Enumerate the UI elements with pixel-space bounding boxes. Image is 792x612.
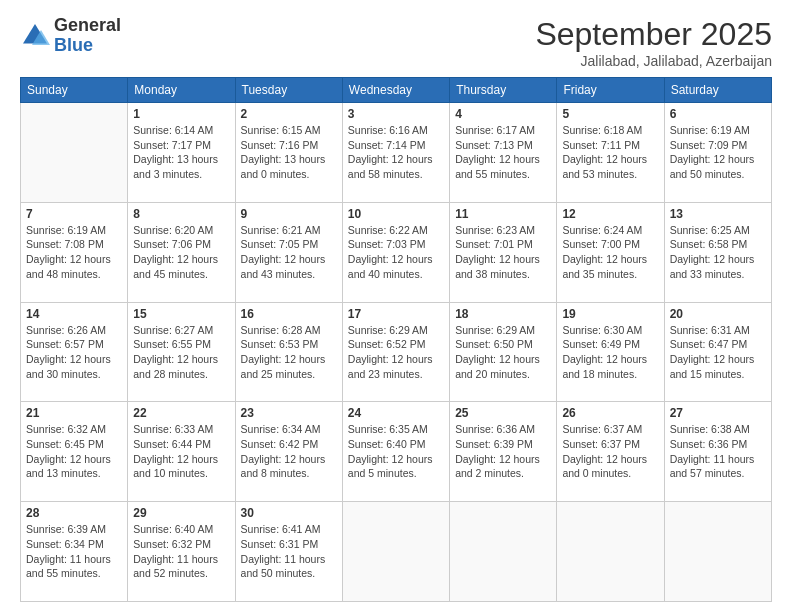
day-number: 9 bbox=[241, 207, 337, 221]
calendar-day-cell: 1Sunrise: 6:14 AMSunset: 7:17 PMDaylight… bbox=[128, 103, 235, 203]
calendar-day-cell: 9Sunrise: 6:21 AMSunset: 7:05 PMDaylight… bbox=[235, 202, 342, 302]
day-number: 30 bbox=[241, 506, 337, 520]
day-info: Sunrise: 6:40 AMSunset: 6:32 PMDaylight:… bbox=[133, 522, 229, 581]
day-info: Sunrise: 6:27 AMSunset: 6:55 PMDaylight:… bbox=[133, 323, 229, 382]
day-number: 11 bbox=[455, 207, 551, 221]
day-info: Sunrise: 6:41 AMSunset: 6:31 PMDaylight:… bbox=[241, 522, 337, 581]
day-number: 8 bbox=[133, 207, 229, 221]
calendar-day-cell bbox=[557, 502, 664, 602]
calendar-day-cell: 21Sunrise: 6:32 AMSunset: 6:45 PMDayligh… bbox=[21, 402, 128, 502]
logo-text: General Blue bbox=[54, 16, 121, 56]
calendar-day-cell: 30Sunrise: 6:41 AMSunset: 6:31 PMDayligh… bbox=[235, 502, 342, 602]
calendar-day-cell: 16Sunrise: 6:28 AMSunset: 6:53 PMDayligh… bbox=[235, 302, 342, 402]
day-number: 28 bbox=[26, 506, 122, 520]
calendar-table: SundayMondayTuesdayWednesdayThursdayFrid… bbox=[20, 77, 772, 602]
calendar-day-cell bbox=[664, 502, 771, 602]
calendar-day-cell: 12Sunrise: 6:24 AMSunset: 7:00 PMDayligh… bbox=[557, 202, 664, 302]
logo-blue: Blue bbox=[54, 36, 121, 56]
weekday-header: Friday bbox=[557, 78, 664, 103]
day-info: Sunrise: 6:15 AMSunset: 7:16 PMDaylight:… bbox=[241, 123, 337, 182]
logo: General Blue bbox=[20, 16, 121, 56]
calendar-day-cell bbox=[450, 502, 557, 602]
calendar-week-row: 7Sunrise: 6:19 AMSunset: 7:08 PMDaylight… bbox=[21, 202, 772, 302]
weekday-header: Saturday bbox=[664, 78, 771, 103]
day-info: Sunrise: 6:23 AMSunset: 7:01 PMDaylight:… bbox=[455, 223, 551, 282]
day-info: Sunrise: 6:28 AMSunset: 6:53 PMDaylight:… bbox=[241, 323, 337, 382]
day-info: Sunrise: 6:25 AMSunset: 6:58 PMDaylight:… bbox=[670, 223, 766, 282]
weekday-header: Sunday bbox=[21, 78, 128, 103]
calendar-day-cell: 25Sunrise: 6:36 AMSunset: 6:39 PMDayligh… bbox=[450, 402, 557, 502]
day-number: 17 bbox=[348, 307, 444, 321]
calendar-day-cell: 14Sunrise: 6:26 AMSunset: 6:57 PMDayligh… bbox=[21, 302, 128, 402]
calendar-header-row: SundayMondayTuesdayWednesdayThursdayFrid… bbox=[21, 78, 772, 103]
day-info: Sunrise: 6:35 AMSunset: 6:40 PMDaylight:… bbox=[348, 422, 444, 481]
day-info: Sunrise: 6:29 AMSunset: 6:52 PMDaylight:… bbox=[348, 323, 444, 382]
day-number: 21 bbox=[26, 406, 122, 420]
day-number: 19 bbox=[562, 307, 658, 321]
logo-icon bbox=[20, 21, 50, 51]
calendar-day-cell: 26Sunrise: 6:37 AMSunset: 6:37 PMDayligh… bbox=[557, 402, 664, 502]
day-number: 6 bbox=[670, 107, 766, 121]
calendar-day-cell: 15Sunrise: 6:27 AMSunset: 6:55 PMDayligh… bbox=[128, 302, 235, 402]
day-number: 3 bbox=[348, 107, 444, 121]
day-info: Sunrise: 6:37 AMSunset: 6:37 PMDaylight:… bbox=[562, 422, 658, 481]
day-number: 12 bbox=[562, 207, 658, 221]
day-number: 13 bbox=[670, 207, 766, 221]
day-number: 29 bbox=[133, 506, 229, 520]
weekday-header: Monday bbox=[128, 78, 235, 103]
day-info: Sunrise: 6:29 AMSunset: 6:50 PMDaylight:… bbox=[455, 323, 551, 382]
calendar-day-cell: 17Sunrise: 6:29 AMSunset: 6:52 PMDayligh… bbox=[342, 302, 449, 402]
calendar-week-row: 28Sunrise: 6:39 AMSunset: 6:34 PMDayligh… bbox=[21, 502, 772, 602]
day-number: 26 bbox=[562, 406, 658, 420]
calendar-week-row: 21Sunrise: 6:32 AMSunset: 6:45 PMDayligh… bbox=[21, 402, 772, 502]
day-info: Sunrise: 6:14 AMSunset: 7:17 PMDaylight:… bbox=[133, 123, 229, 182]
calendar-day-cell: 5Sunrise: 6:18 AMSunset: 7:11 PMDaylight… bbox=[557, 103, 664, 203]
day-info: Sunrise: 6:17 AMSunset: 7:13 PMDaylight:… bbox=[455, 123, 551, 182]
weekday-header: Thursday bbox=[450, 78, 557, 103]
day-info: Sunrise: 6:22 AMSunset: 7:03 PMDaylight:… bbox=[348, 223, 444, 282]
day-number: 14 bbox=[26, 307, 122, 321]
day-info: Sunrise: 6:16 AMSunset: 7:14 PMDaylight:… bbox=[348, 123, 444, 182]
calendar-week-row: 1Sunrise: 6:14 AMSunset: 7:17 PMDaylight… bbox=[21, 103, 772, 203]
day-info: Sunrise: 6:32 AMSunset: 6:45 PMDaylight:… bbox=[26, 422, 122, 481]
day-info: Sunrise: 6:26 AMSunset: 6:57 PMDaylight:… bbox=[26, 323, 122, 382]
header: General Blue September 2025 Jalilabad, J… bbox=[20, 16, 772, 69]
logo-general: General bbox=[54, 16, 121, 36]
day-info: Sunrise: 6:38 AMSunset: 6:36 PMDaylight:… bbox=[670, 422, 766, 481]
calendar-day-cell: 29Sunrise: 6:40 AMSunset: 6:32 PMDayligh… bbox=[128, 502, 235, 602]
calendar-day-cell: 6Sunrise: 6:19 AMSunset: 7:09 PMDaylight… bbox=[664, 103, 771, 203]
day-number: 27 bbox=[670, 406, 766, 420]
calendar-day-cell: 24Sunrise: 6:35 AMSunset: 6:40 PMDayligh… bbox=[342, 402, 449, 502]
day-info: Sunrise: 6:30 AMSunset: 6:49 PMDaylight:… bbox=[562, 323, 658, 382]
calendar-day-cell bbox=[21, 103, 128, 203]
calendar-day-cell: 4Sunrise: 6:17 AMSunset: 7:13 PMDaylight… bbox=[450, 103, 557, 203]
day-number: 7 bbox=[26, 207, 122, 221]
day-info: Sunrise: 6:36 AMSunset: 6:39 PMDaylight:… bbox=[455, 422, 551, 481]
calendar-day-cell: 10Sunrise: 6:22 AMSunset: 7:03 PMDayligh… bbox=[342, 202, 449, 302]
day-number: 16 bbox=[241, 307, 337, 321]
day-number: 18 bbox=[455, 307, 551, 321]
day-info: Sunrise: 6:24 AMSunset: 7:00 PMDaylight:… bbox=[562, 223, 658, 282]
calendar-day-cell: 23Sunrise: 6:34 AMSunset: 6:42 PMDayligh… bbox=[235, 402, 342, 502]
page: General Blue September 2025 Jalilabad, J… bbox=[0, 0, 792, 612]
day-info: Sunrise: 6:19 AMSunset: 7:08 PMDaylight:… bbox=[26, 223, 122, 282]
day-info: Sunrise: 6:18 AMSunset: 7:11 PMDaylight:… bbox=[562, 123, 658, 182]
calendar-day-cell: 19Sunrise: 6:30 AMSunset: 6:49 PMDayligh… bbox=[557, 302, 664, 402]
day-number: 10 bbox=[348, 207, 444, 221]
day-number: 4 bbox=[455, 107, 551, 121]
weekday-header: Wednesday bbox=[342, 78, 449, 103]
day-info: Sunrise: 6:34 AMSunset: 6:42 PMDaylight:… bbox=[241, 422, 337, 481]
calendar-day-cell: 2Sunrise: 6:15 AMSunset: 7:16 PMDaylight… bbox=[235, 103, 342, 203]
day-number: 23 bbox=[241, 406, 337, 420]
day-info: Sunrise: 6:19 AMSunset: 7:09 PMDaylight:… bbox=[670, 123, 766, 182]
day-number: 2 bbox=[241, 107, 337, 121]
calendar-day-cell: 27Sunrise: 6:38 AMSunset: 6:36 PMDayligh… bbox=[664, 402, 771, 502]
location: Jalilabad, Jalilabad, Azerbaijan bbox=[535, 53, 772, 69]
month-title: September 2025 bbox=[535, 16, 772, 53]
day-info: Sunrise: 6:33 AMSunset: 6:44 PMDaylight:… bbox=[133, 422, 229, 481]
day-info: Sunrise: 6:39 AMSunset: 6:34 PMDaylight:… bbox=[26, 522, 122, 581]
weekday-header: Tuesday bbox=[235, 78, 342, 103]
day-info: Sunrise: 6:21 AMSunset: 7:05 PMDaylight:… bbox=[241, 223, 337, 282]
day-info: Sunrise: 6:31 AMSunset: 6:47 PMDaylight:… bbox=[670, 323, 766, 382]
calendar-day-cell: 8Sunrise: 6:20 AMSunset: 7:06 PMDaylight… bbox=[128, 202, 235, 302]
